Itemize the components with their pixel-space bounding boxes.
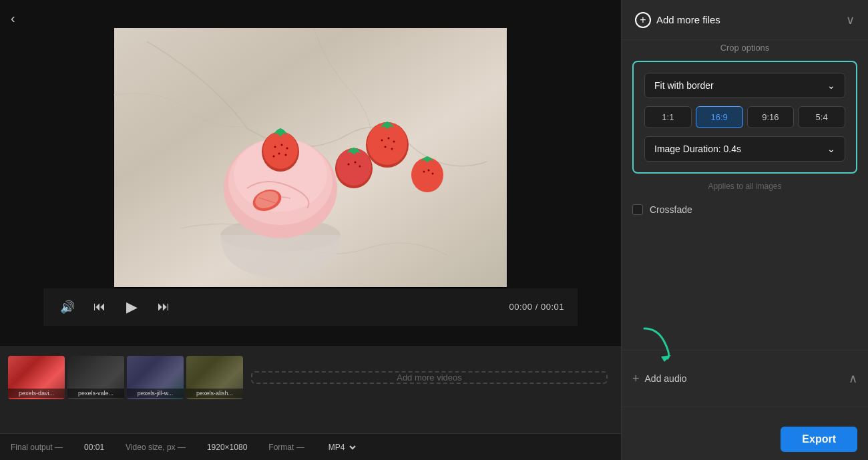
svg-point-16 [381,139,383,141]
export-button[interactable]: Export [781,427,857,452]
video-frame [114,28,507,288]
timeline-area: pexels-davi... pexels-vale... pexels-jil… [0,347,621,433]
svg-point-11 [278,152,280,154]
crossfade-label: Crossfade [650,204,692,215]
ratio-1-1-button[interactable]: 1:1 [644,106,692,128]
svg-point-13 [273,155,275,157]
right-panel: + Add more files ∨ Crop options Fit with… [621,0,868,460]
collapse-files-button[interactable]: ∨ [846,13,855,27]
add-audio-button[interactable]: + Add audio [632,372,687,386]
timeline-thumb[interactable]: pexels-vale... [67,356,124,399]
volume-button[interactable]: 🔊 [57,296,78,318]
svg-marker-32 [661,355,671,362]
svg-point-24 [355,161,357,163]
format-select[interactable]: MP4 MOV AVI [326,442,358,453]
crossfade-checkbox[interactable] [632,204,643,215]
video-image [114,28,507,288]
add-files-label: Add more files [656,14,720,25]
volume-icon: 🔊 [60,300,75,314]
skip-back-icon: ⏮ [93,300,105,314]
thumb-label: pexels-vale... [67,389,124,398]
add-files-plus-icon: + [635,12,651,28]
svg-point-29 [432,172,434,174]
crossfade-row: Crossfade [622,196,868,223]
crop-mode-dropdown[interactable]: Fit with border ⌄ [644,73,845,98]
applies-to-all-label: Applies to all images [632,182,857,191]
ratio-16-9-button[interactable]: 16:9 [696,106,743,128]
collapse-audio-icon: ∧ [849,372,857,385]
timeline-thumb[interactable]: pexels-alish... [186,356,243,399]
svg-point-28 [428,169,430,171]
left-panel: ‹ [0,0,621,460]
video-size-val: 1920×1080 [207,443,247,452]
video-preview-area: ‹ [0,0,621,347]
crop-options-section: Fit with border ⌄ 1:1 16:9 9:16 5:4 Imag… [632,61,857,174]
timeline-thumb[interactable]: pexels-jill-w... [127,356,184,399]
image-duration-dropdown[interactable]: Image Duration: 0.4s ⌄ [644,136,845,162]
right-header: + Add more files ∨ [622,0,868,40]
aspect-ratio-group: 1:1 16:9 9:16 5:4 [644,106,845,128]
skip-back-button[interactable]: ⏮ [89,296,110,318]
svg-point-19 [385,146,387,148]
svg-point-18 [393,140,395,142]
thumb-label: pexels-davi... [8,389,65,398]
final-output-label: Final output — [11,443,63,452]
svg-point-7 [263,132,298,169]
svg-point-8 [274,146,276,148]
svg-point-23 [348,163,350,165]
skip-fwd-button[interactable]: ⏭ [153,296,174,318]
image-duration-arrow-icon: ⌄ [827,144,835,154]
add-audio-plus-icon: + [632,372,640,386]
collapse-icon: ∨ [846,13,855,27]
thumb-label: pexels-alish... [186,389,243,398]
svg-point-27 [423,170,425,172]
ratio-5-4-button[interactable]: 5:4 [798,106,845,128]
svg-point-10 [286,147,288,149]
crop-options-title: Crop options [622,43,868,53]
app-container: ‹ [0,0,868,460]
collapse-audio-button[interactable]: ∧ [849,371,857,386]
final-output-val: 00:01 [84,443,104,452]
add-more-files-button[interactable]: + Add more files [635,12,720,28]
skip-fwd-icon: ⏭ [158,300,170,314]
svg-point-20 [391,148,393,150]
add-more-drop-zone[interactable]: Add more videos [251,371,608,384]
teal-arrow-annotation [638,322,684,362]
add-audio-label: Add audio [645,373,687,384]
image-duration-row: Image Duration: 0.4s ⌄ [644,136,845,162]
ratio-9-16-button[interactable]: 9:16 [747,106,795,128]
add-audio-row: + Add audio ∧ [622,350,868,407]
timeline-strip: pexels-davi... pexels-vale... pexels-jil… [0,347,621,407]
svg-point-12 [285,154,287,156]
bottom-bar: Final output — 00:01 Video size, px — 19… [0,433,621,460]
export-area: Export [622,407,868,460]
thumb-label: pexels-jill-w... [127,389,184,398]
crop-mode-label: Fit with border [654,80,714,91]
controls-bar: 🔊 ⏮ ▶ ⏭ 00:00 / 00:01 [43,288,578,326]
svg-point-17 [388,137,390,139]
timeline-thumb[interactable]: pexels-davi... [8,356,65,399]
crop-mode-arrow-icon: ⌄ [827,80,835,91]
image-duration-label: Image Duration: 0.4s [654,144,741,154]
play-icon: ▶ [126,298,138,316]
format-label: Format — [268,443,304,452]
back-button[interactable]: ‹ [11,11,15,26]
play-button[interactable]: ▶ [121,296,142,318]
time-display: 00:00 / 00:01 [509,302,564,312]
svg-point-25 [359,165,361,167]
svg-point-9 [281,144,283,146]
video-size-label: Video size, px — [126,443,186,452]
